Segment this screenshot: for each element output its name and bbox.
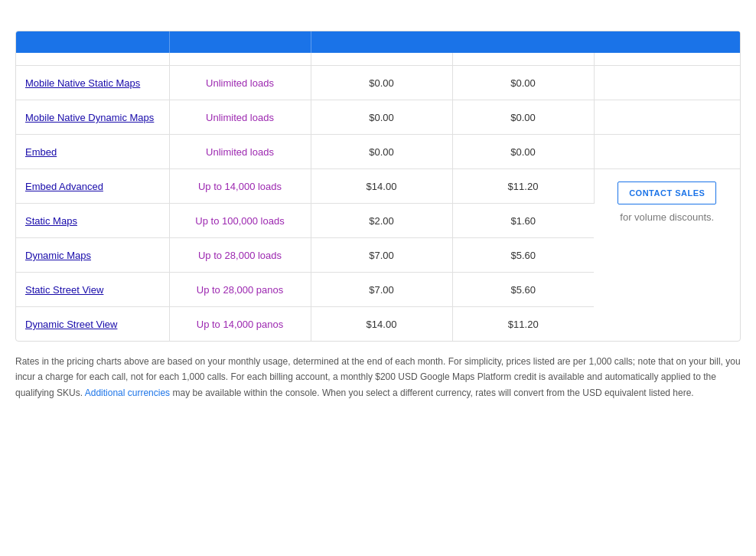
row-name-link[interactable]: Embed xyxy=(25,146,57,158)
row-name-link[interactable]: Static Maps xyxy=(25,215,77,227)
row-price-range2: $0.00 xyxy=(452,135,594,169)
row-name-cell: Dynamic Maps xyxy=(16,238,169,273)
row-price-range2: $0.00 xyxy=(452,66,594,100)
row-name-cell: Dynamic Street View xyxy=(16,307,169,342)
subheader-range3 xyxy=(594,53,740,66)
row-price-range1: $0.00 xyxy=(311,135,452,169)
row-price-range2: $11.20 xyxy=(452,169,594,204)
row-name-cell: Embed Advanced xyxy=(16,169,169,204)
row-name-link[interactable]: Dynamic Maps xyxy=(25,250,91,261)
subheader-free-empty xyxy=(169,53,311,66)
header-row xyxy=(16,31,740,53)
col-header-free xyxy=(169,31,311,53)
notes-text: Rates in the pricing charts above are ba… xyxy=(15,354,741,401)
subheader-row xyxy=(16,53,740,66)
col-header-name xyxy=(16,31,169,53)
col-header-volume xyxy=(311,31,740,53)
subheader-range1 xyxy=(311,53,452,66)
row-free-usage: Up to 14,000 loads xyxy=(169,169,311,204)
row-free-usage: Unlimited loads xyxy=(169,66,311,100)
row-price-range3-empty xyxy=(594,135,740,169)
row-price-range1: $0.00 xyxy=(311,100,452,135)
table-row: Mobile Native Dynamic MapsUnlimited load… xyxy=(16,100,740,135)
row-price-range1: $7.00 xyxy=(311,273,452,307)
row-price-range2: $1.60 xyxy=(452,204,594,238)
row-price-range2: $11.20 xyxy=(452,307,594,342)
additional-currencies-link[interactable]: Additional currencies xyxy=(85,388,170,398)
row-price-range3-empty xyxy=(594,100,740,135)
row-free-usage: Unlimited loads xyxy=(169,135,311,169)
row-free-usage: Up to 28,000 loads xyxy=(169,238,311,273)
row-name-link[interactable]: Mobile Native Dynamic Maps xyxy=(25,112,154,123)
table-row: EmbedUnlimited loads$0.00$0.00 xyxy=(16,135,740,169)
pricing-table: Mobile Native Static MapsUnlimited loads… xyxy=(16,31,740,341)
row-name-cell: Mobile Native Dynamic Maps xyxy=(16,100,169,135)
row-price-range1: $14.00 xyxy=(311,307,452,342)
row-free-usage: Up to 14,000 panos xyxy=(169,307,311,342)
row-name-cell: Static Street View xyxy=(16,273,169,307)
row-price-range1: $7.00 xyxy=(311,238,452,273)
table-body: Mobile Native Static MapsUnlimited loads… xyxy=(16,66,740,342)
row-free-usage: Up to 28,000 panos xyxy=(169,273,311,307)
row-name-link[interactable]: Embed Advanced xyxy=(25,181,103,192)
table-row: Embed AdvancedUp to 14,000 loads$14.00$1… xyxy=(16,169,740,204)
row-price-range2: $5.60 xyxy=(452,273,594,307)
row-name-link[interactable]: Static Street View xyxy=(25,284,103,296)
row-price-range2: $5.60 xyxy=(452,238,594,273)
subheader-name-empty xyxy=(16,53,169,66)
row-name-link[interactable]: Dynamic Street View xyxy=(25,319,117,330)
subheader-range2 xyxy=(452,53,594,66)
table-row: Mobile Native Static MapsUnlimited loads… xyxy=(16,66,740,100)
row-name-link[interactable]: Mobile Native Static Maps xyxy=(25,77,140,89)
row-price-range1: $2.00 xyxy=(311,204,452,238)
row-name-cell: Static Maps xyxy=(16,204,169,238)
row-price-range1: $0.00 xyxy=(311,66,452,100)
pricing-table-wrapper: Mobile Native Static MapsUnlimited loads… xyxy=(15,31,741,342)
row-price-range3-empty xyxy=(594,66,740,100)
row-price-range2: $0.00 xyxy=(452,100,594,135)
row-name-cell: Mobile Native Static Maps xyxy=(16,66,169,100)
contact-sales-cell: CONTACT SALES for volume discounts. xyxy=(594,169,740,342)
row-free-usage: Unlimited loads xyxy=(169,100,311,135)
row-name-cell: Embed xyxy=(16,135,169,169)
contact-sales-description: for volume discounts. xyxy=(602,211,733,224)
row-free-usage: Up to 100,000 loads xyxy=(169,204,311,238)
contact-sales-button[interactable]: CONTACT SALES xyxy=(618,182,716,204)
row-price-range1: $14.00 xyxy=(311,169,452,204)
